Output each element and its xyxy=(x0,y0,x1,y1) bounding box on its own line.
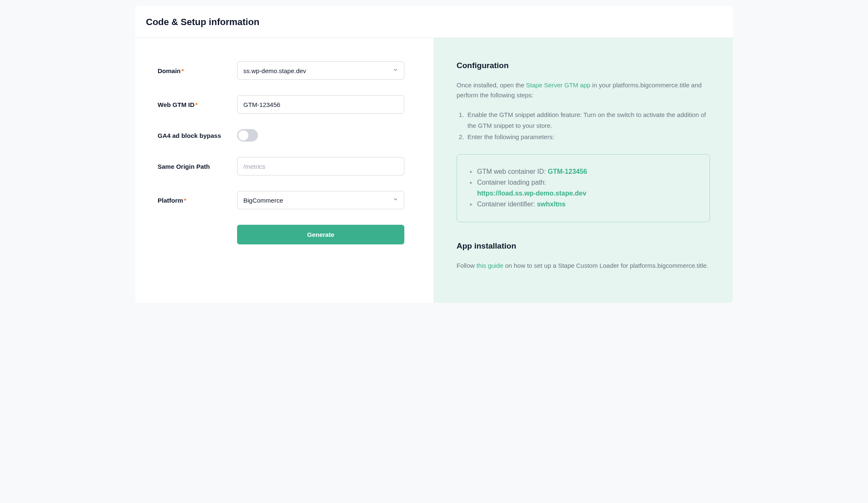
platform-label: Platform* xyxy=(158,197,237,204)
required-marker: * xyxy=(184,197,186,204)
web-gtm-id-input[interactable] xyxy=(237,95,404,114)
ga4-bypass-toggle[interactable] xyxy=(237,129,258,142)
app-installation-text: Follow this guide on how to set up a Sta… xyxy=(457,261,710,271)
web-gtm-id-row: Web GTM ID* xyxy=(158,95,411,114)
info-panel: Configuration Once installed, open the S… xyxy=(434,38,733,303)
ga4-bypass-row: GA4 ad block bypass xyxy=(158,129,411,142)
generate-button[interactable]: Generate xyxy=(237,225,404,244)
config-identifier-value: swhxltns xyxy=(537,201,565,208)
same-origin-path-row: Same Origin Path xyxy=(158,157,411,175)
setup-card: Code & Setup information Domain* ss.wp-d… xyxy=(135,6,733,303)
configuration-heading: Configuration xyxy=(457,61,710,70)
config-param-identifier: Container identifier: swhxltns xyxy=(470,199,697,210)
configuration-intro: Once installed, open the Stape Server GT… xyxy=(457,80,710,100)
config-params-list: GTM web container ID: GTM-123456 Contain… xyxy=(470,166,697,210)
same-origin-path-input[interactable] xyxy=(237,157,404,175)
page-title: Code & Setup information xyxy=(146,17,722,28)
web-gtm-id-wrap xyxy=(237,95,404,114)
domain-select[interactable]: ss.wp-demo.stape.dev xyxy=(237,61,404,80)
app-installation-heading: App installation xyxy=(457,241,710,251)
config-params-box: GTM web container ID: GTM-123456 Contain… xyxy=(457,154,710,222)
card-body: Domain* ss.wp-demo.stape.dev Web GTM ID* xyxy=(135,38,733,303)
domain-row: Domain* ss.wp-demo.stape.dev xyxy=(158,61,411,80)
config-gtm-id-value: GTM-123456 xyxy=(548,168,587,175)
config-param-gtm-id: GTM web container ID: GTM-123456 xyxy=(470,166,697,177)
required-marker: * xyxy=(195,101,198,108)
same-origin-path-label: Same Origin Path xyxy=(158,163,237,170)
platform-select[interactable]: BigCommerce xyxy=(237,191,404,209)
platform-select-wrap: BigCommerce xyxy=(237,191,404,209)
config-loading-path-value: https://load.ss.wp-demo.stape.dev xyxy=(477,190,586,197)
configuration-steps: Enable the GTM snippet addition feature:… xyxy=(457,109,710,142)
this-guide-link[interactable]: this guide xyxy=(477,262,503,269)
domain-label: Domain* xyxy=(158,67,237,74)
same-origin-path-wrap xyxy=(237,157,404,175)
stape-server-gtm-link[interactable]: Stape Server GTM app xyxy=(526,81,590,89)
config-step-2: Enter the following parameters: xyxy=(466,132,710,142)
web-gtm-id-label: Web GTM ID* xyxy=(158,101,237,108)
ga4-bypass-wrap xyxy=(237,129,404,142)
form-panel: Domain* ss.wp-demo.stape.dev Web GTM ID* xyxy=(135,38,434,303)
platform-row: Platform* BigCommerce xyxy=(158,191,411,209)
config-step-1: Enable the GTM snippet addition feature:… xyxy=(466,109,710,131)
card-header: Code & Setup information xyxy=(135,6,733,38)
domain-select-wrap: ss.wp-demo.stape.dev xyxy=(237,61,404,80)
ga4-bypass-label: GA4 ad block bypass xyxy=(158,132,237,139)
config-param-loading-path: Container loading path: https://load.ss.… xyxy=(470,177,697,198)
toggle-knob xyxy=(238,130,248,140)
required-marker: * xyxy=(181,67,184,74)
